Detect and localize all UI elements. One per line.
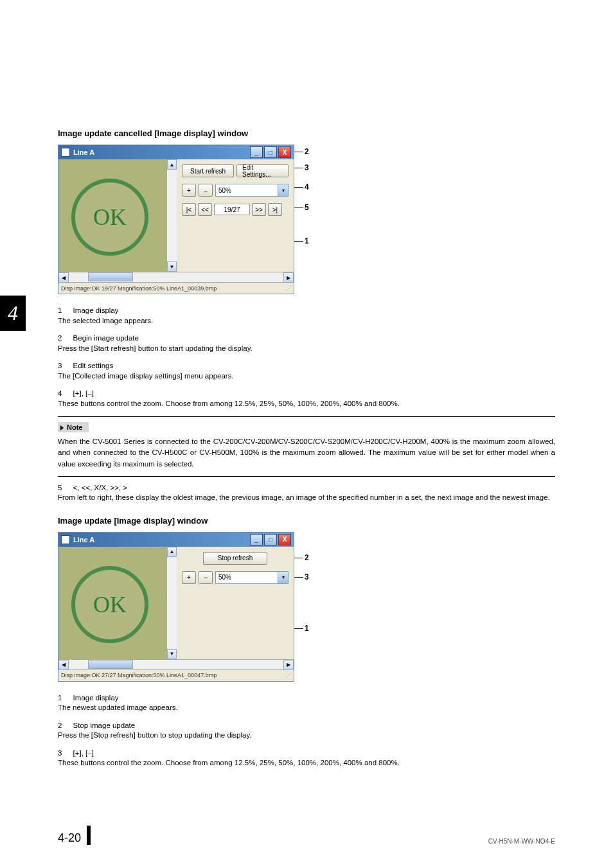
- scroll-right-icon[interactable]: ▶: [283, 660, 294, 670]
- item-body: Press the [Start refresh] button to star…: [58, 344, 253, 352]
- scroll-left-icon[interactable]: ◀: [58, 272, 69, 283]
- s2-item-3: 3 [+], [–] These buttons control the zoo…: [58, 748, 555, 768]
- note-text: When the CV-5001 Series is connected to …: [58, 436, 555, 470]
- callout-4: 4: [305, 182, 309, 191]
- stop-refresh-button[interactable]: Stop refresh: [203, 552, 267, 565]
- s2-item-1: 1 Image display The newest updated image…: [58, 693, 555, 713]
- scroll-thumb[interactable]: [88, 660, 133, 669]
- s2-item-2: 2 Stop image update Press the [Stop refr…: [58, 721, 555, 741]
- titlebar: Line A _ □ X: [58, 533, 294, 547]
- nav-first-button[interactable]: |<: [182, 203, 196, 216]
- nav-counter: 19/27: [214, 204, 250, 215]
- item-1: 1 Image display The selected image appea…: [58, 306, 555, 326]
- item-title: Stop image update: [73, 722, 136, 729]
- status-bar: Disp image:OK 19/27 Magnification:50% Li…: [58, 282, 294, 294]
- titlebar: Line A _ □ X: [58, 145, 294, 159]
- maximize-button[interactable]: □: [264, 534, 277, 545]
- window-title: Line A: [73, 536, 249, 544]
- section1-heading: Image update cancelled [Image display] w…: [58, 128, 555, 138]
- item-4: 4 [+], [–] These buttons control the zoo…: [58, 389, 555, 409]
- resize-grip-icon[interactable]: ⋰: [282, 285, 291, 292]
- item-num: 5: [58, 483, 62, 493]
- edit-settings-button[interactable]: Edit Settings...: [236, 164, 289, 177]
- item-body: These buttons control the zoom. Choose f…: [58, 400, 400, 407]
- document-code: CV-H5N-M-WW-NO4-E: [488, 838, 555, 845]
- callout-3: 3: [305, 163, 309, 172]
- item-title: Edit settings: [73, 362, 114, 369]
- resize-grip-icon[interactable]: ⋰: [282, 672, 291, 678]
- vertical-scrollbar[interactable]: ▲ ▼: [166, 159, 177, 272]
- item-body: These buttons control the zoom. Choose f…: [58, 759, 400, 766]
- zoom-in-button[interactable]: +: [182, 184, 196, 197]
- item-title: <, <<, X/X, >>, >: [73, 484, 127, 492]
- item-num: 4: [58, 389, 62, 399]
- item-title: Image display: [73, 306, 119, 314]
- scroll-up-icon[interactable]: ▲: [167, 547, 177, 557]
- item-num: 3: [58, 748, 62, 759]
- nav-next-button[interactable]: >>: [252, 203, 266, 216]
- nav-last-button[interactable]: >|: [268, 203, 282, 216]
- nav-prev-button[interactable]: <<: [198, 203, 212, 216]
- lead-1: [294, 241, 303, 242]
- window-title: Line A: [73, 148, 249, 156]
- screenshot-1: Line A _ □ X OK ▲ ▼ Start refresh Edit S…: [58, 145, 294, 294]
- item-body: The newest updated image appears.: [58, 704, 178, 711]
- status-text: Disp image:OK 19/27 Magnification:50% Li…: [61, 285, 217, 292]
- chevron-down-icon[interactable]: ▾: [278, 184, 288, 196]
- lead-3: [294, 168, 303, 168]
- horizontal-scrollbar[interactable]: ◀ ▶: [58, 272, 294, 282]
- note-label: Note: [58, 422, 89, 432]
- scroll-left-icon[interactable]: ◀: [58, 660, 69, 670]
- lead-3: [294, 577, 303, 578]
- window-updating: Line A _ □ X OK ▲ ▼ Stop refresh: [58, 532, 294, 682]
- zoom-combo[interactable]: 50% ▾: [215, 184, 289, 197]
- zoom-out-button[interactable]: –: [199, 571, 213, 584]
- callout-2: 2: [305, 147, 309, 156]
- item-num: 2: [58, 333, 62, 344]
- minimize-button[interactable]: _: [250, 146, 263, 158]
- scroll-up-icon[interactable]: ▲: [167, 159, 177, 170]
- window-icon: [61, 535, 70, 544]
- section2-heading: Image update [Image display] window: [58, 516, 555, 526]
- lead-2: [294, 152, 303, 152]
- horizontal-scrollbar[interactable]: ◀ ▶: [58, 659, 294, 669]
- controls-pane: Stop refresh + – 50% ▾: [177, 547, 294, 659]
- zoom-combo[interactable]: 50% ▾: [215, 571, 289, 584]
- page-footer: 4-20 CV-H5N-M-WW-NO4-E: [58, 826, 555, 845]
- callout-5: 5: [305, 203, 309, 212]
- scroll-thumb[interactable]: [88, 272, 133, 281]
- scroll-down-icon[interactable]: ▼: [167, 261, 177, 272]
- lead-1: [294, 628, 303, 629]
- item-2: 2 Begin image update Press the [Start re…: [58, 333, 555, 353]
- status-text: Disp image:OK 27/27 Magnification:50% Li…: [61, 672, 217, 678]
- lead-4: [294, 187, 303, 188]
- item-5: 5 <, <<, X/X, >>, > From left to right, …: [58, 483, 555, 503]
- window-cancelled: Line A _ □ X OK ▲ ▼ Start refresh Edit S…: [58, 145, 294, 294]
- zoom-in-button[interactable]: +: [182, 571, 196, 584]
- scroll-down-icon[interactable]: ▼: [167, 649, 177, 659]
- screenshot-2: Line A _ □ X OK ▲ ▼ Stop refresh: [58, 532, 294, 682]
- vertical-scrollbar[interactable]: ▲ ▼: [166, 547, 177, 659]
- controls-pane: Start refresh Edit Settings... + – 50% ▾…: [177, 159, 294, 272]
- callout-1: 1: [305, 624, 309, 633]
- footer-mark-icon: [87, 826, 91, 845]
- zoom-out-button[interactable]: –: [199, 184, 213, 197]
- close-button[interactable]: X: [278, 534, 291, 545]
- maximize-button[interactable]: □: [264, 146, 277, 158]
- close-button[interactable]: X: [278, 146, 291, 158]
- note-block: Note When the CV-5001 Series is connecte…: [58, 416, 555, 477]
- start-refresh-button[interactable]: Start refresh: [182, 164, 234, 177]
- minimize-button[interactable]: _: [250, 534, 263, 545]
- item-title: Image display: [73, 694, 119, 702]
- item-title: Begin image update: [73, 334, 139, 342]
- scroll-right-icon[interactable]: ▶: [283, 272, 294, 283]
- ok-overlay: OK: [71, 566, 148, 643]
- ok-overlay: OK: [71, 179, 148, 256]
- callout-1: 1: [305, 236, 309, 245]
- zoom-value: 50%: [216, 187, 278, 194]
- callout-3: 3: [305, 572, 309, 581]
- chevron-down-icon[interactable]: ▾: [278, 572, 288, 583]
- callout-2: 2: [305, 553, 309, 562]
- status-bar: Disp image:OK 27/27 Magnification:50% Li…: [58, 669, 294, 681]
- image-display-area: OK: [58, 159, 166, 272]
